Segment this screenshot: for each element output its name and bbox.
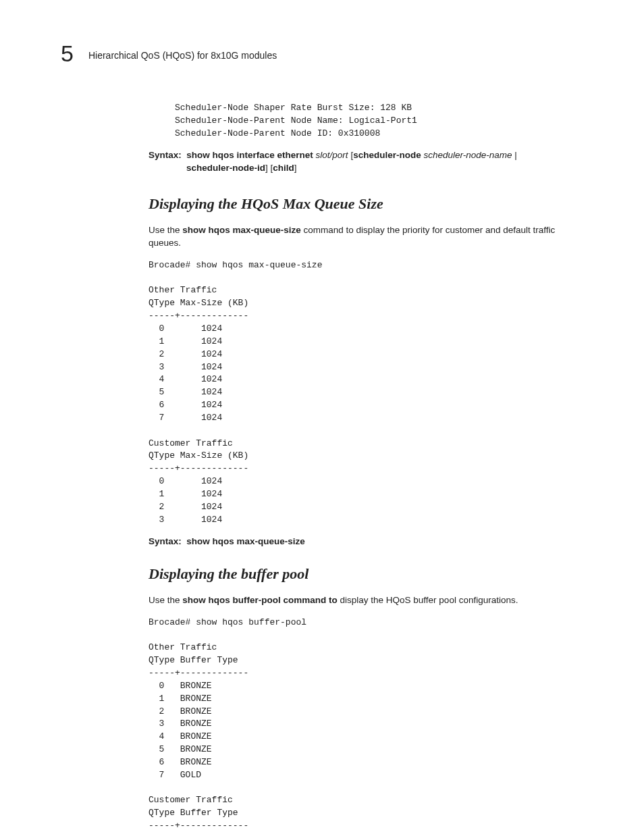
syntax-kw-child: child (273, 163, 294, 173)
syntax-max-queue-size: Syntax: show hqos max-queue-size (149, 535, 583, 548)
syntax-cmd: show hqos max-queue-size (186, 536, 305, 546)
section-title: Hierarchical QoS (HQoS) for 8x10G module… (88, 50, 277, 61)
running-header: 5 Hierarchical QoS (HQoS) for 8x10G modu… (61, 41, 583, 67)
heading-max-queue-size: Displaying the HQoS Max Queue Size (149, 195, 583, 213)
syntax-br-mid: ] [ (265, 163, 273, 173)
heading-buffer-pool: Displaying the buffer pool (149, 565, 583, 583)
syntax-cmd: show hqos interface ethernet (186, 150, 315, 160)
output-max-queue-size: Brocade# show hqos max-queue-size Other … (149, 259, 583, 527)
syntax-arg-slotport: slot/port (316, 150, 351, 160)
intro-post: display the HQoS buffer pool configurati… (338, 595, 518, 605)
syntax-label: Syntax: (149, 536, 182, 546)
syntax-pipe: | (512, 150, 517, 160)
intro-max-queue-size: Use the show hqos max-queue-size command… (149, 224, 583, 250)
syntax-kw-scheduler-node: scheduler-node (353, 150, 423, 160)
intro-cmd: show hqos max-queue-size (182, 225, 301, 235)
intro-cmd: show hqos buffer-pool command to (182, 595, 338, 605)
scheduler-output: Scheduler-Node Shaper Rate Burst Size: 1… (149, 102, 583, 140)
intro-pre: Use the (149, 595, 182, 605)
intro-buffer-pool: Use the show hqos buffer-pool command to… (149, 594, 583, 607)
syntax-label: Syntax: (149, 150, 182, 160)
syntax-interface-ethernet: Syntax: show hqos interface ethernet slo… (149, 149, 583, 175)
output-buffer-pool: Brocade# show hqos buffer-pool Other Tra… (149, 617, 583, 834)
chapter-number: 5 (61, 41, 74, 67)
main-content: Scheduler-Node Shaper Rate Burst Size: 1… (149, 102, 583, 834)
page: 5 Hierarchical QoS (HQoS) for 8x10G modu… (0, 0, 644, 834)
intro-pre: Use the (149, 225, 182, 235)
syntax-kw-scheduler-node-id: scheduler-node-id (186, 163, 265, 173)
syntax-arg-scheduler-node-name: scheduler-node-name (423, 150, 512, 160)
syntax-br-close: ] (294, 163, 297, 173)
